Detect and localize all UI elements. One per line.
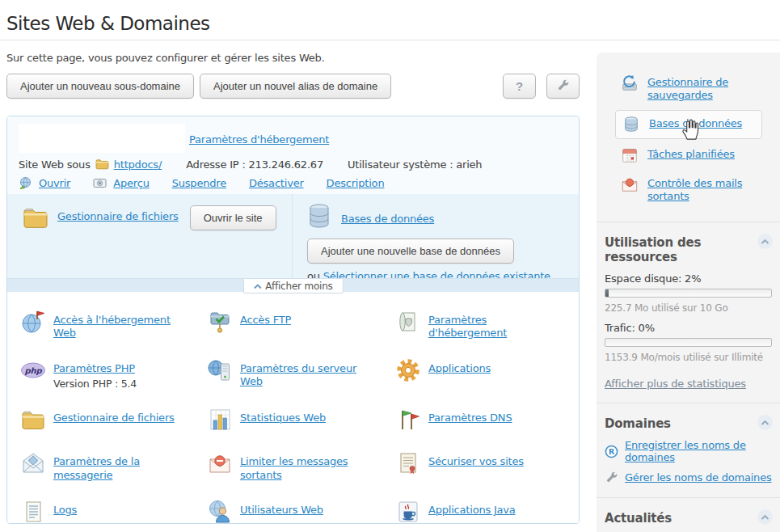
tool-item: Sécuriser vos sites <box>395 450 579 482</box>
plesk-websites-domains-page: Sites Web & Domaines Sur cette page, vou… <box>0 0 780 532</box>
database-icon <box>622 116 640 133</box>
tool-link-web-server-settings[interactable]: Paramètres du serveur Web <box>240 362 356 387</box>
wrench-small-icon <box>605 471 618 484</box>
web-server-icon <box>207 357 233 383</box>
customize-button[interactable] <box>546 74 580 99</box>
open-globe-icon <box>19 176 32 190</box>
tool-link-web-statistics[interactable]: Statistiques Web <box>240 412 326 424</box>
system-user-label: Utilisateur système : arieh <box>348 158 482 171</box>
site-info-section: Paramètres d'hébergement Site Web sous h… <box>7 116 579 194</box>
database-big-icon <box>306 202 333 231</box>
preview-link[interactable]: Aperçu <box>113 177 149 189</box>
collapse-news-button[interactable] <box>757 509 773 525</box>
hosting-settings-link[interactable]: Paramètres d'hébergement <box>189 133 329 146</box>
more-statistics-link[interactable]: Afficher plus de statistiques <box>605 378 746 390</box>
java-icon <box>395 499 421 524</box>
suspend-link[interactable]: Suspendre <box>172 177 226 189</box>
file-manager-promo: Gestionnaire de fichiers Ouvrir le site <box>7 194 293 278</box>
sidebar-item-databases[interactable]: Bases de données <box>615 110 762 139</box>
tool-item: php Paramètres PHP Version PHP : 5.4 <box>20 357 207 391</box>
description-link[interactable]: Description <box>327 177 385 189</box>
tool-link-logs[interactable]: Logs <box>53 504 77 516</box>
sidebar: Gestionnaire de sauvegardes Bases de don… <box>597 53 780 532</box>
sidebar-item-backup-manager[interactable]: Gestionnaire de sauvegardes <box>597 69 780 108</box>
php-version-label: Version PHP : 5.4 <box>53 378 137 391</box>
tool-link-web-users[interactable]: Utilisateurs Web <box>240 504 323 516</box>
tool-item: Accès à l'hébergement Web <box>20 309 207 340</box>
open-the-site-button[interactable]: Ouvrir le site <box>190 205 276 230</box>
log-doc-icon <box>20 499 46 524</box>
help-icon: ? <box>516 79 523 93</box>
traffic-label: Trafic: 0% <box>605 322 772 334</box>
tool-link-ftp-access[interactable]: Accès FTP <box>240 314 291 326</box>
tool-link-limit-outgoing[interactable]: Limiter les messages sortants <box>240 455 348 480</box>
disk-space-label: Espace disque: 2% <box>605 272 772 285</box>
sidebar-item-scheduled-tasks[interactable]: Tâches planifiées <box>597 141 780 170</box>
registrar-icon: R <box>605 445 618 458</box>
preview-icon <box>93 176 107 190</box>
resource-usage-title: Utilisation des ressources <box>605 235 772 264</box>
tool-link-php-settings[interactable]: Paramètres PHP <box>53 362 135 374</box>
ip-address-label: Adresse IP : 213.246.62.67 <box>186 158 323 171</box>
mail-limit-icon <box>207 450 233 476</box>
tool-item: Accès FTP <box>207 309 395 340</box>
site-card: Paramètres d'hébergement Site Web sous h… <box>6 116 580 524</box>
outgoing-mail-control-link[interactable]: Contrôle des mails sortants <box>647 175 769 204</box>
tool-item: Gestionnaire de fichiers <box>20 407 207 433</box>
bar-chart-icon <box>207 407 233 433</box>
tool-link-dns-settings[interactable]: Paramètres DNS <box>428 412 512 424</box>
tool-link-applications[interactable]: Applications <box>428 362 491 374</box>
scheduled-tasks-link[interactable]: Tâches planifiées <box>647 146 735 161</box>
tool-item: Paramètres de la messagerie <box>20 450 207 482</box>
databases-sidebar-link[interactable]: Bases de données <box>649 116 742 130</box>
site-details-row: Site Web sous httpdocs/ Adresse IP : 213… <box>19 158 482 171</box>
folder-small-icon <box>95 158 109 171</box>
disable-link[interactable]: Désactiver <box>249 177 304 189</box>
domains-title: Domaines <box>605 416 772 431</box>
tool-link-secure-sites[interactable]: Sécuriser vos sites <box>428 455 524 467</box>
backup-manager-link[interactable]: Gestionnaire de sauvegardes <box>647 74 769 103</box>
help-button[interactable]: ? <box>503 74 536 99</box>
mail-open-icon <box>20 450 46 476</box>
domain-name-redacted <box>19 124 185 153</box>
tool-link-java-apps[interactable]: Applications Java <box>428 504 516 516</box>
add-domain-alias-button[interactable]: Ajouter un nouvel alias de domaine <box>200 74 391 99</box>
show-less-tab[interactable]: Afficher moins <box>242 279 343 293</box>
tool-link-web-hosting-access[interactable]: Accès à l'hébergement Web <box>53 314 171 339</box>
wrench-icon <box>556 78 570 95</box>
domains-section: Domaines R Enregistrer les noms de domai… <box>597 403 780 498</box>
show-less-label: Afficher moins <box>265 281 332 292</box>
news-title: Actualités <box>605 511 772 526</box>
site-actions-row: Ouvrir Aperçu Suspendre Désactiver Descr… <box>19 176 384 190</box>
tool-item: Applications Java <box>395 499 579 524</box>
databases-link[interactable]: Bases de données <box>341 213 434 225</box>
folder-big-icon <box>22 204 49 233</box>
manage-domains-link[interactable]: Gérer les noms de domaines <box>625 471 772 483</box>
disk-space-progress-bar <box>605 289 772 298</box>
traffic-note: 1153.9 Mo/mois utilisé sur Illimité <box>605 352 772 363</box>
tool-link-hosting-settings[interactable]: Paramètres d'hébergement <box>428 314 507 339</box>
register-domains-link[interactable]: Enregistrer les noms de domaines <box>625 439 772 463</box>
collapse-domains-button[interactable] <box>757 415 773 430</box>
page-subtitle: Sur cette page, vous pouvez configurer e… <box>6 52 325 64</box>
tool-item: Limiter les messages sortants <box>207 450 395 482</box>
collapse-resources-button[interactable] <box>757 234 773 249</box>
file-manager-link[interactable]: Gestionnaire de fichiers <box>57 210 179 222</box>
page-title: Sites Web & Domaines <box>6 13 210 34</box>
sidebar-quick-links: Gestionnaire de sauvegardes Bases de don… <box>597 53 780 222</box>
tool-item: Paramètres du serveur Web <box>207 357 395 391</box>
show-less-strip: Afficher moins <box>7 278 579 292</box>
add-database-button[interactable]: Ajouter une nouvelle base de données <box>307 239 514 264</box>
site-under-label: Site Web sous <box>19 158 91 171</box>
gear-icon <box>395 357 421 383</box>
register-domains-row: R Enregistrer les noms de domaines <box>605 439 772 463</box>
tool-link-mail-settings[interactable]: Paramètres de la messagerie <box>53 455 140 480</box>
traffic-progress-bar <box>605 338 772 347</box>
httpdocs-link[interactable]: httpdocs/ <box>114 158 162 171</box>
news-section: Actualités Le Cloud Ikoula gratuit penda… <box>597 498 780 532</box>
tool-link-file-manager[interactable]: Gestionnaire de fichiers <box>53 412 175 424</box>
sidebar-item-outgoing-mail-control[interactable]: Contrôle des mails sortants <box>597 170 780 209</box>
flags-icon <box>395 407 421 433</box>
add-subdomain-button[interactable]: Ajouter un nouveau sous-domaine <box>6 74 194 99</box>
open-site-link[interactable]: Ouvrir <box>39 177 70 189</box>
